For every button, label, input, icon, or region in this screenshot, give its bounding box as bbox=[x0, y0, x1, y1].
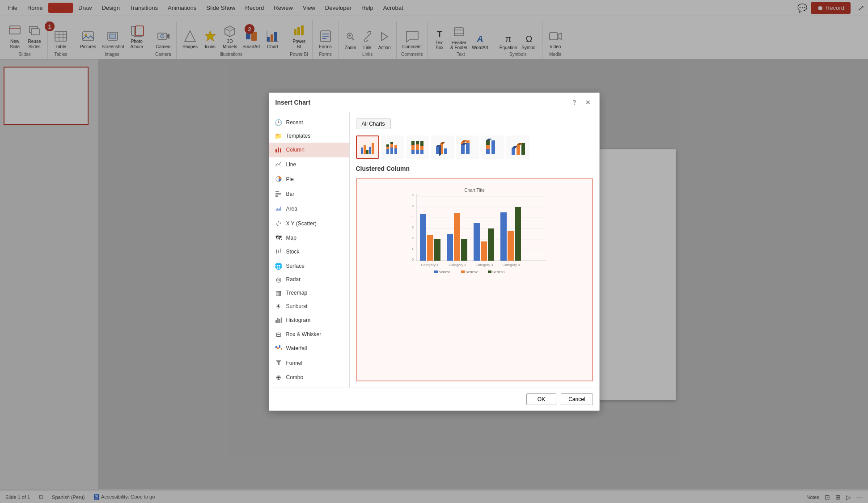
chart-list-radar-label: Radar bbox=[286, 276, 301, 283]
modal-close-button[interactable]: ✕ bbox=[583, 97, 593, 107]
chart-list-boxwhisker[interactable]: ⊟ Box & Whisker bbox=[269, 328, 349, 341]
area-icon bbox=[275, 205, 283, 213]
svg-rect-108 bbox=[517, 145, 520, 155]
column-icon bbox=[275, 146, 283, 154]
chart-list-boxwhisker-label: Box & Whisker bbox=[286, 331, 322, 338]
svg-rect-107 bbox=[512, 148, 515, 155]
svg-rect-89 bbox=[420, 146, 423, 150]
radar-icon: ◎ bbox=[275, 276, 283, 283]
chart-list-scatter-label: X Y (Scatter) bbox=[286, 220, 317, 227]
bar-c2-s3 bbox=[461, 239, 467, 261]
chart-type-3d-clustered-column[interactable] bbox=[431, 135, 454, 159]
chart-list-stock-label: Stock bbox=[286, 249, 300, 255]
chart-list-treemap[interactable]: ▦ Treemap bbox=[269, 286, 349, 300]
bar-c2-s1 bbox=[447, 234, 453, 261]
chart-list-sunburst-label: Sunburst bbox=[286, 303, 308, 309]
chart-list-column[interactable]: Column bbox=[269, 143, 349, 157]
svg-text:1: 1 bbox=[411, 247, 414, 251]
svg-rect-69 bbox=[364, 145, 366, 154]
chart-list-histogram[interactable]: Histogram bbox=[269, 313, 349, 328]
histogram-icon bbox=[275, 316, 283, 325]
svg-rect-64 bbox=[275, 346, 277, 348]
chart-type-clustered-column[interactable] bbox=[356, 135, 379, 159]
svg-rect-73 bbox=[386, 149, 389, 154]
svg-rect-67 bbox=[281, 348, 282, 350]
chart-list-histogram-label: Histogram bbox=[286, 317, 311, 323]
svg-rect-46 bbox=[275, 149, 277, 152]
chart-type-stacked-column[interactable] bbox=[381, 135, 404, 159]
chart-list-line[interactable]: Line bbox=[269, 157, 349, 172]
chart-preview-svg: Chart Title 0 1 2 3 4 5 6 bbox=[362, 185, 587, 274]
chart-list-surface[interactable]: 🌐 Surface bbox=[269, 259, 349, 273]
treemap-icon: ▦ bbox=[275, 289, 283, 296]
svg-rect-75 bbox=[386, 144, 389, 147]
svg-rect-62 bbox=[279, 319, 280, 323]
bar-icon bbox=[275, 190, 283, 199]
svg-rect-47 bbox=[278, 148, 279, 152]
modal-body: 🕐 Recent 📁 Templates Column bbox=[269, 112, 599, 388]
svg-rect-92 bbox=[444, 148, 447, 154]
svg-text:Category 4: Category 4 bbox=[502, 263, 520, 267]
svg-point-55 bbox=[279, 222, 281, 224]
svg-rect-90 bbox=[436, 147, 439, 154]
svg-rect-71 bbox=[369, 147, 371, 154]
chart-list-pie-label: Pie bbox=[286, 176, 294, 182]
svg-text:5: 5 bbox=[411, 204, 414, 208]
bar-c4-s1 bbox=[500, 212, 507, 261]
chart-list-radar[interactable]: ◎ Radar bbox=[269, 273, 349, 286]
chart-list-treemap-label: Treemap bbox=[286, 290, 308, 296]
insert-chart-modal: Insert Chart ? ✕ 🕐 Recent 📁 Templates bbox=[269, 93, 600, 411]
chart-list-sunburst[interactable]: ☀ Sunburst bbox=[269, 300, 349, 313]
svg-text:6: 6 bbox=[411, 193, 414, 197]
svg-text:0: 0 bbox=[411, 258, 414, 262]
bar-c1-s2 bbox=[427, 235, 433, 261]
svg-rect-50 bbox=[275, 191, 279, 192]
surface-icon: 🌐 bbox=[275, 262, 283, 270]
funnel-icon bbox=[275, 359, 283, 368]
svg-point-53 bbox=[276, 223, 277, 224]
svg-rect-72 bbox=[372, 143, 374, 154]
chart-list-funnel[interactable]: Funnel bbox=[269, 356, 349, 371]
svg-rect-135 bbox=[488, 271, 491, 273]
bar-c3-s2 bbox=[481, 241, 487, 261]
chart-list-pie[interactable]: Pie bbox=[269, 172, 349, 187]
chart-list-area[interactable]: Area bbox=[269, 202, 349, 216]
chart-list-stock[interactable]: Stock bbox=[269, 245, 349, 259]
ok-button[interactable]: OK bbox=[526, 393, 556, 405]
cancel-button[interactable]: Cancel bbox=[561, 393, 593, 405]
chart-name: Clustered Column bbox=[356, 165, 593, 172]
chart-list-surface-label: Surface bbox=[286, 263, 305, 269]
modal-title: Insert Chart bbox=[275, 99, 311, 106]
all-charts-tab[interactable]: All Charts bbox=[356, 118, 391, 129]
svg-text:Series3: Series3 bbox=[492, 270, 505, 274]
svg-text:2: 2 bbox=[411, 236, 414, 240]
chart-list-scatter[interactable]: X Y (Scatter) bbox=[269, 216, 349, 231]
svg-rect-61 bbox=[277, 318, 279, 323]
chart-list-recent[interactable]: 🕐 Recent bbox=[269, 116, 349, 129]
chart-type-100pct-stacked-column[interactable] bbox=[406, 135, 429, 159]
svg-rect-80 bbox=[394, 145, 397, 148]
chart-list-combo[interactable]: ⊕ Combo bbox=[269, 371, 349, 384]
chart-type-row bbox=[356, 135, 593, 159]
chart-type-3d-100pct-stacked-column[interactable] bbox=[481, 135, 504, 159]
svg-text:Category 1: Category 1 bbox=[421, 263, 439, 267]
chart-list-column-label: Column bbox=[286, 147, 305, 153]
chart-list-templates[interactable]: 📁 Templates bbox=[269, 129, 349, 143]
bar-c2-s2 bbox=[454, 213, 460, 261]
chart-list-waterfall[interactable]: Waterfall bbox=[269, 341, 349, 356]
svg-rect-63 bbox=[281, 317, 282, 323]
chart-list-map[interactable]: 🗺 Map bbox=[269, 231, 349, 245]
modal-help-button[interactable]: ? bbox=[570, 97, 580, 107]
svg-rect-82 bbox=[411, 141, 415, 145]
svg-rect-109 bbox=[521, 143, 525, 155]
svg-rect-98 bbox=[466, 143, 470, 154]
chart-type-3d-column[interactable] bbox=[506, 135, 529, 159]
svg-marker-95 bbox=[439, 145, 441, 156]
svg-rect-51 bbox=[275, 193, 281, 194]
svg-rect-65 bbox=[277, 347, 279, 349]
chart-list-bar[interactable]: Bar bbox=[269, 187, 349, 202]
chart-list-map-label: Map bbox=[286, 235, 296, 241]
recent-icon: 🕐 bbox=[275, 119, 283, 126]
line-icon bbox=[275, 161, 283, 169]
chart-type-3d-stacked-column[interactable] bbox=[456, 135, 479, 159]
